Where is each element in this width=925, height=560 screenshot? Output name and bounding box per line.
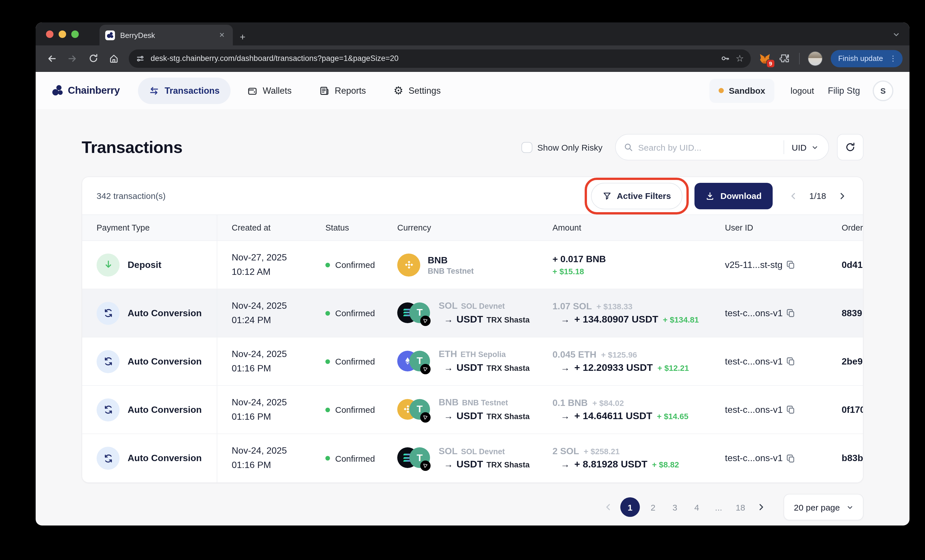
copy-icon[interactable] xyxy=(786,260,795,269)
pagination-next-icon[interactable] xyxy=(754,500,768,515)
created-at-cell: Nov-24, 202501:24 PM xyxy=(217,289,311,337)
pagination-prev-icon[interactable] xyxy=(601,500,616,515)
status-dot-icon xyxy=(325,262,330,267)
active-filters-button[interactable]: Active Filters xyxy=(591,182,682,209)
download-label: Download xyxy=(720,191,761,201)
logout-link[interactable]: logout xyxy=(791,86,814,95)
user-avatar[interactable]: S xyxy=(873,80,893,101)
status-badge: Confirmed xyxy=(325,453,375,463)
browser-toolbar: desk-stg.chainberry.com/dashboard/transa… xyxy=(36,45,910,72)
site-settings-icon[interactable] xyxy=(136,54,145,63)
order-cell: 0f170 xyxy=(827,386,863,434)
close-window-button[interactable] xyxy=(46,30,53,38)
user-id-cell: test-c...ons-v1 xyxy=(711,289,827,337)
to-amount: →+ 134.80907 USDT+ $134.81 xyxy=(560,313,699,327)
back-icon[interactable] xyxy=(42,49,61,68)
to-amount: →+ 12.20933 USDT+ $12.21 xyxy=(560,361,689,375)
table-row[interactable]: Auto ConversionNov-24, 202501:16 PMConfi… xyxy=(82,434,863,482)
created-at-cell: Nov-24, 202501:16 PM xyxy=(217,386,311,434)
copy-icon[interactable] xyxy=(786,405,796,414)
tron-network-badge-icon xyxy=(420,461,431,471)
pagination-page-3[interactable]: 3 xyxy=(666,497,684,517)
nav-item-wallets[interactable]: Wallets xyxy=(236,77,303,104)
status-cell: Confirmed xyxy=(311,386,383,434)
report-icon xyxy=(319,85,330,96)
minimize-window-button[interactable] xyxy=(59,30,66,38)
brand-logo[interactable]: Chainberry xyxy=(52,84,120,97)
reload-icon[interactable] xyxy=(84,49,102,68)
browser-profile-avatar[interactable] xyxy=(808,51,823,66)
tab-search-chevron-icon[interactable] xyxy=(890,28,902,41)
amount-cell: 0.1 BNB+ $84.02→+ 14.64611 USDT+ $14.65 xyxy=(538,386,711,434)
show-only-risky-checkbox[interactable] xyxy=(521,142,532,153)
payment-type-label: Auto Conversion xyxy=(128,356,202,367)
order-cell: 2be9 xyxy=(827,337,863,385)
url-text[interactable]: desk-stg.chainberry.com/dashboard/transa… xyxy=(151,54,714,63)
pager-next-icon[interactable] xyxy=(836,190,848,202)
payment-type-label: Deposit xyxy=(128,260,161,270)
search-input[interactable] xyxy=(638,142,778,152)
amount-cell: 1.07 SOL+ $138.33→+ 134.80907 USDT+ $134… xyxy=(538,289,711,337)
pagination-page-18[interactable]: 18 xyxy=(732,497,749,517)
maximize-window-button[interactable] xyxy=(71,30,79,38)
extensions-puzzle-icon[interactable] xyxy=(776,50,793,67)
currency-text: ETHETH Sepolia→USDTTRX Shasta xyxy=(438,348,530,375)
to-currency: →USDTTRX Shasta xyxy=(444,361,530,375)
payment-type-cell: Auto Conversion xyxy=(82,386,217,434)
copy-icon[interactable] xyxy=(786,357,796,366)
new-tab-button[interactable]: + xyxy=(233,29,252,45)
url-bar[interactable]: desk-stg.chainberry.com/dashboard/transa… xyxy=(129,49,751,68)
tron-network-badge-icon xyxy=(420,364,431,374)
home-icon[interactable] xyxy=(105,49,123,68)
table-row[interactable]: DepositNov-27, 202510:12 AMConfirmedBNBB… xyxy=(82,241,863,289)
created-at-cell: Nov-27, 202510:12 AM xyxy=(217,241,311,289)
nav-item-transactions[interactable]: Transactions xyxy=(138,77,230,104)
user-id-text: v25-11...st-stg xyxy=(725,260,782,270)
status-dot-icon xyxy=(325,311,330,315)
chainberry-berry-icon xyxy=(52,84,65,97)
search-field-select[interactable]: UID xyxy=(789,142,820,152)
pagination-page-2[interactable]: 2 xyxy=(645,497,662,517)
user-id-text: test-c...ons-v1 xyxy=(725,356,783,367)
nav-item-reports[interactable]: Reports xyxy=(309,77,377,104)
refresh-icon xyxy=(845,142,856,152)
wallet-icon xyxy=(247,85,258,96)
download-button[interactable]: Download xyxy=(695,182,772,209)
amount-usd: + $15.18 xyxy=(553,266,606,277)
user-id-cell: test-c...ons-v1 xyxy=(711,434,827,482)
coin-bnb-icon xyxy=(397,253,420,276)
pagination-page-4[interactable]: 4 xyxy=(688,497,705,517)
nav-item-settings[interactable]: ⚙ Settings xyxy=(383,77,452,104)
order-id-text: 0f170 xyxy=(842,405,863,415)
nav-label: Transactions xyxy=(165,85,220,96)
app-header: Chainberry Transactions Wallets Reports xyxy=(36,72,910,109)
created-at: Nov-27, 202510:12 AM xyxy=(232,250,287,279)
pager-indicator: 1/18 xyxy=(809,191,826,201)
finish-update-button[interactable]: Finish update ⋮ xyxy=(831,50,902,67)
pagination-page-1[interactable]: 1 xyxy=(620,497,640,517)
table-row[interactable]: Auto ConversionNov-24, 202501:16 PMConfi… xyxy=(82,386,863,434)
to-amount: →+ 14.64611 USDT+ $14.65 xyxy=(560,409,688,423)
column-header-status: Status xyxy=(311,215,383,240)
pager-prev-icon[interactable] xyxy=(787,190,800,202)
browser-menu-kebab-icon[interactable]: ⋮ xyxy=(887,54,899,63)
copy-icon[interactable] xyxy=(786,308,796,318)
copy-icon[interactable] xyxy=(786,453,796,463)
per-page-select[interactable]: 20 per page xyxy=(783,494,863,520)
refresh-button[interactable] xyxy=(837,134,863,160)
pagination-ellipsis: ... xyxy=(710,497,727,517)
bookmark-star-icon[interactable]: ☆ xyxy=(735,54,744,63)
table-row[interactable]: Auto ConversionNov-24, 202501:16 PMConfi… xyxy=(82,337,863,386)
show-only-risky-label: Show Only Risky xyxy=(537,142,603,152)
amount-text: + 0.017 BNB+ $15.18 xyxy=(553,252,606,277)
tab-close-icon[interactable]: ✕ xyxy=(217,30,227,40)
browser-titlebar: BerryDesk ✕ + xyxy=(36,23,910,45)
status-badge: Confirmed xyxy=(325,405,375,414)
metamask-extension-icon[interactable]: 9 xyxy=(756,50,774,67)
status-cell: Confirmed xyxy=(311,289,383,337)
forward-icon[interactable] xyxy=(63,49,81,68)
user-id-cell: test-c...ons-v1 xyxy=(711,337,827,385)
table-row[interactable]: Auto ConversionNov-24, 202501:24 PMConfi… xyxy=(82,289,863,337)
browser-tab[interactable]: BerryDesk ✕ xyxy=(99,25,233,45)
password-key-icon[interactable] xyxy=(720,53,730,63)
